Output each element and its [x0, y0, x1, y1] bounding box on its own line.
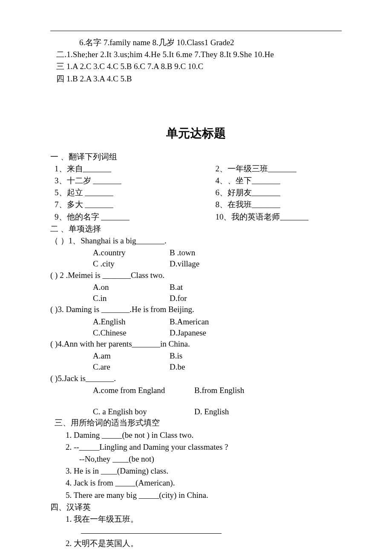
section4-heading: 四、汉译英 [50, 502, 342, 513]
s2-q5-opts-row2: C. a English boy D. English [50, 406, 342, 417]
s2-q3-optD: D.Japanese [170, 327, 206, 338]
s3-q2: 2. --_____Lingling and Daming your class… [50, 442, 342, 453]
s2-q5-optA: A.come from England [93, 385, 194, 396]
s2-q3-opts-row2: C.Chinese D.Japanese [50, 327, 342, 338]
s2-q5-stem: ( )5.Jack is_______. [50, 373, 342, 384]
answers-line-2: 二.1.She;her 2.It 3.us;him 4.He 5.It 6.me… [50, 49, 342, 60]
s2-q2-optB: B.at [170, 282, 183, 293]
s2-q4-stem: ( )4.Ann with her parents_______in China… [50, 338, 342, 350]
s2-q1-optB: B .town [170, 247, 195, 258]
s2-q1-optD: D.village [170, 258, 199, 269]
s1-item-3: 3、十二岁 _______ [55, 175, 215, 186]
worksheet-title: 单元达标题 [50, 125, 342, 142]
s1-item-6: 6、好朋友_______ [215, 187, 342, 198]
section3-heading: 三、用所给词的适当形式填空 [50, 417, 342, 428]
s4-q2: 2. 大明不是英国人。 [50, 538, 342, 549]
s2-q5-opts-row1: A.come from England B.from English [50, 385, 342, 396]
s2-q2-optC: C.in [93, 293, 170, 304]
s1-item-10: 10、我的英语老师_______ [215, 211, 342, 223]
s3-q3: 3. He is in ____(Daming) class. [50, 465, 342, 477]
s2-q2-opts-row2: C.in D.for [50, 293, 342, 304]
s2-q4-opts-row1: A.am B.is [50, 350, 342, 361]
section1-translate-grid: 1、来自_______ 3、十二岁 _______ 5、起立 _______ 7… [50, 163, 342, 223]
s1-item-9: 9、他的名字 _______ [55, 211, 215, 223]
s2-q5-optD: D. English [194, 406, 229, 417]
s4-q1-blank [50, 526, 342, 537]
s3-q5: 5. There are many big _____(city) in Chi… [50, 490, 342, 501]
s1-item-5: 5、起立 _______ [55, 187, 215, 198]
s2-q5-optC: C. a English boy [93, 406, 194, 417]
s3-q4: 4. Jack is from _____(American). [50, 477, 342, 489]
s2-q3-opts-row1: A.English B.American [50, 316, 342, 327]
s2-q2-stem: ( ) 2 .Meimei is _______Class two. [50, 270, 342, 281]
s1-item-4: 4、、坐下_______ [215, 175, 342, 186]
s1-item-7: 7、多大 _______ [55, 199, 215, 210]
s1-item-1: 1、来自_______ [55, 163, 215, 174]
s2-q3-optB: B.American [170, 316, 209, 327]
page-top-rule [50, 31, 342, 31]
s2-q3-optA: A.English [93, 316, 170, 327]
s2-q4-optD: D.be [170, 361, 185, 373]
s2-q2-optA: A.on [93, 282, 170, 293]
s2-q2-opts-row1: A.on B.at [50, 282, 342, 293]
s2-q4-optC: C.are [93, 361, 170, 373]
s3-q2b: --No,they ____(be not) [50, 454, 342, 465]
s1-item-8: 8、在我班_______ [215, 199, 342, 210]
section2-heading: 二 、单项选择 [50, 223, 342, 234]
answers-line-4: 四 1.B 2.A 3.A 4.C 5.B [50, 73, 342, 84]
s2-q3-optC: C.Chinese [93, 327, 170, 338]
s2-q2-optD: D.for [170, 293, 187, 304]
s3-q1: 1. Daming _____(be not ) in Class two. [50, 430, 342, 441]
s2-q1-stem: （ ）1、Shanghai is a big_______. [50, 235, 342, 246]
s1-item-2: 2、一年级三班_______ [215, 163, 342, 174]
s2-q1-opts-row2: C .city D.village [50, 258, 342, 269]
s2-q4-optA: A.am [93, 350, 170, 361]
s2-q3-stem: ( )3. Daming is _______.He is from Beiji… [50, 304, 342, 315]
s2-q5-optB: B.from English [194, 385, 244, 396]
s4-q1: 1. 我在一年级五班。 [50, 514, 342, 525]
s2-q4-optB: B.is [170, 350, 182, 361]
s2-q1-optA: A.country [93, 247, 170, 258]
answers-line-3: 三 1.A 2.C 3.C 4.C 5.B 6.C 7.A 8.B 9.C 10… [50, 61, 342, 72]
s2-q1-optC: C .city [93, 258, 170, 269]
answers-line-1: 6.名字 7.family name 8.几岁 10.Class1 Grade2 [50, 37, 342, 48]
s2-q1-opts-row1: A.country B .town [50, 247, 342, 258]
s2-q4-opts-row2: C.are D.be [50, 361, 342, 373]
s4-q2-blank [50, 550, 342, 555]
section1-heading: 一 、翻译下列词组 [50, 151, 342, 162]
